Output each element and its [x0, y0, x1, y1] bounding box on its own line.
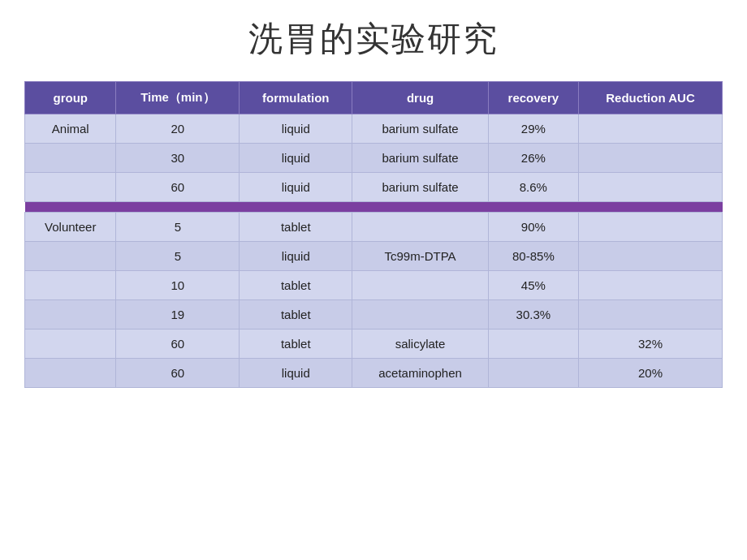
cell-group: [25, 242, 116, 271]
table-row: 30 liquid barium sulfate 26%: [25, 144, 723, 173]
table-header-row: group Time（min） formulation drug recover…: [25, 82, 723, 114]
col-header-group: group: [25, 82, 116, 114]
cell-time: 10: [116, 271, 240, 300]
divider-row: [25, 202, 723, 213]
col-header-reduction: Reduction AUC: [579, 82, 723, 114]
cell-recovery: [488, 330, 578, 359]
col-header-drug: drug: [352, 82, 488, 114]
cell-recovery: 8.6%: [488, 173, 578, 202]
divider-cell: [25, 202, 723, 213]
col-header-recovery: recovery: [488, 82, 578, 114]
cell-recovery: 45%: [488, 271, 578, 300]
cell-reduction: [579, 144, 723, 173]
cell-recovery: 30.3%: [488, 300, 578, 330]
cell-recovery: 80-85%: [488, 242, 578, 271]
research-table: group Time（min） formulation drug recover…: [24, 81, 723, 388]
cell-recovery: 26%: [488, 144, 578, 173]
cell-formulation: liquid: [240, 114, 352, 144]
cell-drug: acetaminophen: [352, 359, 488, 388]
cell-formulation: liquid: [240, 173, 352, 202]
col-header-time: Time（min）: [116, 82, 240, 114]
table-row: Animal 20 liquid barium sulfate 29%: [25, 114, 723, 144]
cell-recovery: 90%: [488, 213, 578, 242]
cell-group: [25, 144, 116, 173]
cell-reduction: [579, 114, 723, 144]
cell-reduction: [579, 213, 723, 242]
table-row: 60 liquid acetaminophen 20%: [25, 359, 723, 388]
table-row: 10 tablet 45%: [25, 271, 723, 300]
data-table-wrapper: group Time（min） formulation drug recover…: [24, 81, 723, 388]
cell-recovery: [488, 359, 578, 388]
cell-time: 60: [116, 330, 240, 359]
page-title: 洗胃的实验研究: [248, 16, 499, 62]
cell-drug: salicylate: [352, 330, 488, 359]
cell-drug: barium sulfate: [352, 114, 488, 144]
cell-drug: Tc99m-DTPA: [352, 242, 488, 271]
cell-recovery: 29%: [488, 114, 578, 144]
cell-reduction: [579, 173, 723, 202]
cell-group: [25, 271, 116, 300]
cell-formulation: liquid: [240, 144, 352, 173]
cell-group: Animal: [25, 114, 116, 144]
cell-drug: barium sulfate: [352, 144, 488, 173]
cell-formulation: liquid: [240, 242, 352, 271]
cell-time: 60: [116, 359, 240, 388]
cell-drug: [352, 213, 488, 242]
cell-reduction: [579, 300, 723, 330]
cell-time: 60: [116, 173, 240, 202]
cell-formulation: liquid: [240, 359, 352, 388]
cell-formulation: tablet: [240, 271, 352, 300]
cell-reduction: 32%: [579, 330, 723, 359]
table-row: 60 tablet salicylate 32%: [25, 330, 723, 359]
cell-time: 5: [116, 213, 240, 242]
cell-formulation: tablet: [240, 300, 352, 330]
table-row: 5 liquid Tc99m-DTPA 80-85%: [25, 242, 723, 271]
cell-reduction: 20%: [579, 359, 723, 388]
cell-reduction: [579, 271, 723, 300]
col-header-formulation: formulation: [240, 82, 352, 114]
cell-time: 5: [116, 242, 240, 271]
cell-drug: barium sulfate: [352, 173, 488, 202]
cell-time: 20: [116, 114, 240, 144]
cell-group: [25, 359, 116, 388]
cell-group: [25, 330, 116, 359]
cell-drug: [352, 300, 488, 330]
table-body: Animal 20 liquid barium sulfate 29% 30 l…: [25, 114, 723, 388]
table-row: 19 tablet 30.3%: [25, 300, 723, 330]
cell-formulation: tablet: [240, 330, 352, 359]
cell-group: [25, 173, 116, 202]
cell-time: 19: [116, 300, 240, 330]
cell-reduction: [579, 242, 723, 271]
cell-group: Volunteer: [25, 213, 116, 242]
cell-time: 30: [116, 144, 240, 173]
cell-formulation: tablet: [240, 213, 352, 242]
cell-group: [25, 300, 116, 330]
cell-drug: [352, 271, 488, 300]
table-row: Volunteer 5 tablet 90%: [25, 213, 723, 242]
table-row: 60 liquid barium sulfate 8.6%: [25, 173, 723, 202]
